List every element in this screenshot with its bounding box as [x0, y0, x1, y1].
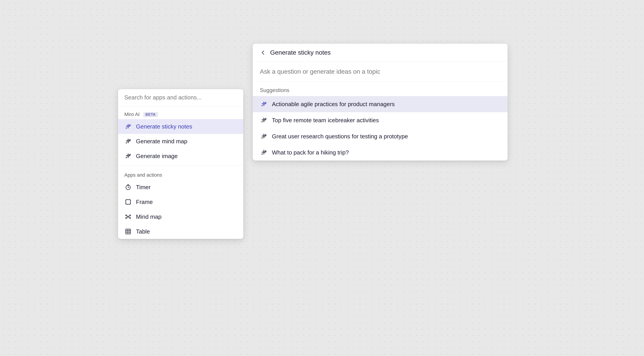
suggestion-text: Actionable agile practices for product m…: [272, 101, 395, 108]
table-icon: [124, 228, 132, 235]
menu-item-mind-map[interactable]: Mind map: [118, 209, 243, 224]
mindmap-icon: [124, 213, 132, 221]
sparkle-icon-3: [124, 152, 132, 160]
menu-item-timer[interactable]: Timer: [118, 180, 243, 195]
menu-item-frame[interactable]: Frame: [118, 195, 243, 209]
svg-rect-19: [126, 229, 130, 234]
beta-badge: BETA: [143, 112, 158, 117]
suggestions-section: Suggestions Actionable agile practices f…: [253, 82, 508, 160]
sparkle-icon-s1: [260, 100, 268, 108]
back-button[interactable]: [260, 50, 266, 56]
svg-point-12: [126, 218, 127, 219]
search-input[interactable]: [124, 94, 237, 101]
menu-item-label: Timer: [136, 184, 150, 191]
sparkle-icon-s3: [260, 132, 268, 140]
menu-item-table[interactable]: Table: [118, 224, 243, 239]
menu-item-label: Frame: [136, 199, 153, 206]
sparkle-icon: [124, 123, 132, 130]
menu-item-label: Mind map: [136, 213, 162, 220]
sparkle-icon-s2: [260, 116, 268, 124]
suggestion-item-3[interactable]: Great user research questions for testin…: [253, 128, 508, 144]
menu-item-label: Generate sticky notes: [136, 123, 192, 130]
apps-section: Apps and actions Timer: [118, 167, 243, 239]
question-input[interactable]: [260, 68, 500, 75]
svg-point-13: [130, 215, 131, 216]
suggestion-text: What to pack for a hiking trip?: [272, 149, 349, 156]
menu-item-label: Generate image: [136, 153, 178, 160]
question-input-area: [253, 62, 508, 82]
suggestion-item-1[interactable]: Actionable agile practices for product m…: [253, 96, 508, 112]
sparkle-icon-2: [124, 137, 132, 145]
right-panel: Generate sticky notes Suggestions Action…: [253, 44, 508, 160]
sparkle-icon-s4: [260, 148, 268, 156]
miro-ai-label: Miro AI BETA: [118, 107, 243, 119]
svg-line-18: [129, 217, 130, 218]
svg-line-15: [127, 216, 128, 217]
menu-item-generate-image[interactable]: Generate image: [118, 149, 243, 163]
frame-icon: [124, 198, 132, 206]
menu-item-generate-mind-map[interactable]: Generate mind map: [118, 134, 243, 149]
suggestion-item-2[interactable]: Top five remote team icebreaker activiti…: [253, 112, 508, 128]
svg-point-10: [128, 216, 129, 217]
apps-and-actions-label: Apps and actions: [118, 168, 243, 180]
menu-item-generate-sticky-notes[interactable]: Generate sticky notes: [118, 119, 243, 134]
left-panel: Miro AI BETA Generate sticky notes: [118, 89, 243, 239]
svg-point-11: [126, 215, 127, 216]
svg-line-16: [127, 217, 128, 218]
svg-point-14: [130, 218, 131, 219]
menu-item-label: Generate mind map: [136, 138, 188, 145]
svg-line-17: [129, 216, 130, 217]
suggestion-text: Great user research questions for testin…: [272, 133, 408, 140]
suggestions-label: Suggestions: [253, 82, 508, 96]
search-bar: [118, 89, 243, 106]
divider: [118, 166, 243, 166]
miro-ai-section: Miro AI BETA Generate sticky notes: [118, 106, 243, 165]
right-panel-header: Generate sticky notes: [253, 44, 508, 62]
timer-icon: [124, 183, 132, 191]
right-panel-title: Generate sticky notes: [270, 49, 331, 56]
suggestion-text: Top five remote team icebreaker activiti…: [272, 117, 379, 124]
suggestion-item-4[interactable]: What to pack for a hiking trip?: [253, 144, 508, 160]
svg-rect-1: [126, 200, 130, 204]
menu-item-label: Table: [136, 228, 150, 235]
